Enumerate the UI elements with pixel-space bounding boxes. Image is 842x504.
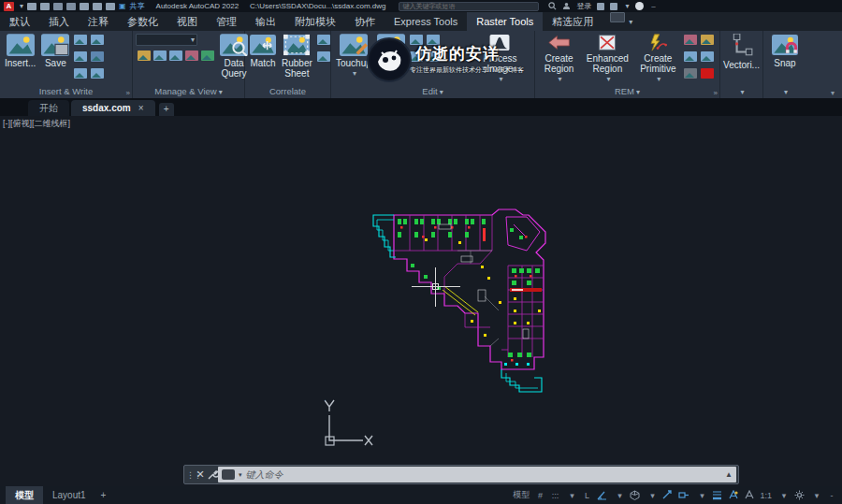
export-icon[interactable] [91, 51, 104, 62]
small-tool-icon[interactable] [74, 35, 87, 45]
command-input[interactable]: ▾ 键入命令 ▲ [218, 467, 736, 482]
model-space-toggle[interactable]: 模型 [511, 488, 531, 502]
tab-manage[interactable]: 管理 [207, 12, 246, 31]
show-image-icon[interactable] [153, 50, 167, 61]
transparency-icon[interactable] [201, 50, 214, 61]
mirror-icon[interactable] [410, 51, 423, 62]
tab-express-tools[interactable]: Express Tools [385, 12, 467, 31]
command-drag-handle[interactable]: ⋮⋮ [186, 473, 194, 477]
panel-caret-snap[interactable]: ▾ [763, 85, 806, 98]
app-menu-caret-icon[interactable]: ▾ [20, 2, 23, 10]
model-tab[interactable]: 模型 [6, 486, 43, 504]
tab-raster-tools[interactable]: Raster Tools [467, 12, 543, 31]
grid-toggle-icon[interactable]: # [533, 488, 546, 502]
split-region-icon[interactable] [701, 51, 714, 62]
tab-insert[interactable]: 插入 [39, 12, 79, 31]
image-select-dropdown[interactable]: ▾ [136, 34, 197, 46]
ortho-toggle-icon[interactable]: L [580, 488, 593, 502]
frame-icon[interactable] [185, 50, 198, 61]
new-tab-button[interactable]: + [159, 103, 174, 116]
file-tab-document[interactable]: ssdax.com × [71, 100, 155, 116]
tab-parametric[interactable]: 参数化 [118, 12, 167, 31]
tab-collaborate[interactable]: 协作 [345, 12, 385, 31]
polar-tracking-icon[interactable] [595, 488, 609, 502]
search-input[interactable] [399, 2, 539, 11]
tab-featured-apps[interactable]: 精选应用 [543, 12, 602, 31]
isometric-caret-icon[interactable]: ▾ [646, 488, 659, 502]
polar-caret-icon[interactable]: ▾ [613, 488, 626, 502]
isometric-drafting-icon[interactable] [628, 488, 642, 502]
drawing-canvas[interactable]: [-][俯视][二维线框] [0, 116, 842, 486]
avatar[interactable] [635, 2, 644, 10]
ribbon-display-caret-icon[interactable]: ▾ [629, 18, 632, 26]
close-tab-icon[interactable]: × [138, 103, 144, 113]
help-caret-icon[interactable]: ▾ [625, 2, 629, 10]
object-snap-icon[interactable] [676, 488, 691, 502]
vectorize-button[interactable]: Vectori... [722, 33, 761, 85]
customization-gear-icon[interactable] [792, 488, 806, 502]
command-prompt-icon[interactable] [222, 469, 235, 480]
zoom-image-icon[interactable] [138, 50, 151, 61]
status-bar-menu-caret-icon[interactable]: ▾ [810, 488, 823, 502]
snap-caret-icon[interactable]: ▾ [565, 488, 578, 502]
layout1-tab[interactable]: Layout1 [43, 486, 95, 504]
save-image-button[interactable]: Save [38, 33, 72, 85]
annotation-visibility-icon[interactable] [726, 488, 740, 502]
customize-wrench-icon[interactable] [207, 469, 218, 481]
small-tool-icon[interactable] [74, 51, 87, 62]
rubber-sheet-button[interactable]: Rubber Sheet [279, 33, 315, 85]
annotation-scale-value[interactable]: 1:1 [758, 488, 774, 502]
panel-expand-icon[interactable]: » [714, 89, 718, 97]
small-tool-icon[interactable] [91, 68, 104, 79]
panel-expand-icon[interactable]: » [126, 89, 130, 97]
recent-commands-caret-icon[interactable]: ▾ [239, 471, 242, 479]
lineweight-icon[interactable] [710, 488, 724, 502]
touchup-button[interactable]: Touchup▾ [333, 33, 374, 85]
cleanscreen-icon[interactable]: - [825, 488, 838, 502]
panel-title-rem[interactable]: REM▾ [535, 85, 719, 98]
merge-region-icon[interactable] [684, 51, 697, 62]
tab-output[interactable]: 输出 [246, 12, 285, 31]
tab-addins[interactable]: 附加模块 [285, 12, 345, 31]
command-history-icon[interactable]: ▲ [725, 470, 733, 479]
ribbon-display-icon[interactable] [610, 12, 625, 22]
object-snap-tracking-icon[interactable] [661, 488, 675, 502]
panel-title-manage-view[interactable]: Manage & View▾ [133, 85, 244, 98]
window-minimize-icon[interactable]: – [649, 2, 659, 10]
displace-icon[interactable] [317, 35, 330, 45]
search-icon[interactable] [548, 2, 557, 10]
paint-region-icon[interactable] [701, 35, 714, 45]
signin-button[interactable]: 登录 [576, 1, 591, 11]
save-icon[interactable] [53, 3, 63, 10]
enhanced-region-button[interactable]: Enhanced Region▾ [581, 33, 634, 85]
tab-annotate[interactable]: 注释 [79, 12, 118, 31]
small-tool-icon[interactable] [91, 35, 104, 45]
autoscale-icon[interactable] [742, 488, 756, 502]
invert-icon[interactable] [427, 51, 440, 62]
scale-icon[interactable] [317, 51, 330, 62]
new-layout-button[interactable]: + [95, 490, 112, 500]
hide-image-icon[interactable] [169, 50, 182, 61]
match-button[interactable]: Match [247, 33, 279, 85]
insert-button[interactable]: Insert... [2, 33, 38, 85]
create-primitive-button[interactable]: Create Primitive▾ [634, 33, 682, 85]
tab-default[interactable]: 默认 [0, 12, 39, 31]
share-button[interactable]: 共享 [130, 1, 145, 11]
redo-icon[interactable] [106, 3, 115, 10]
plot-icon[interactable] [80, 3, 89, 10]
create-region-button[interactable]: Create Region▾ [537, 33, 581, 85]
autocad-logo-icon[interactable]: A [4, 2, 14, 11]
viewport-controls[interactable]: [-][俯视][二维线框] [3, 118, 70, 130]
object-snap-caret-icon[interactable]: ▾ [695, 488, 708, 502]
process-image-button[interactable]: Process Image▾ [468, 33, 532, 85]
command-close-icon[interactable]: ✕ [194, 468, 207, 481]
snap-button[interactable]: Snap [765, 33, 805, 85]
crop-icon[interactable] [410, 35, 423, 45]
small-tool-icon[interactable] [74, 68, 87, 79]
app-store-icon[interactable] [597, 3, 604, 10]
file-tab-start[interactable]: 开始 [28, 100, 69, 116]
new-file-icon[interactable] [27, 3, 36, 10]
edit-region-icon[interactable] [684, 35, 697, 45]
mask-region-icon[interactable] [684, 68, 697, 79]
annotation-scale-caret-icon[interactable]: ▾ [777, 488, 791, 502]
